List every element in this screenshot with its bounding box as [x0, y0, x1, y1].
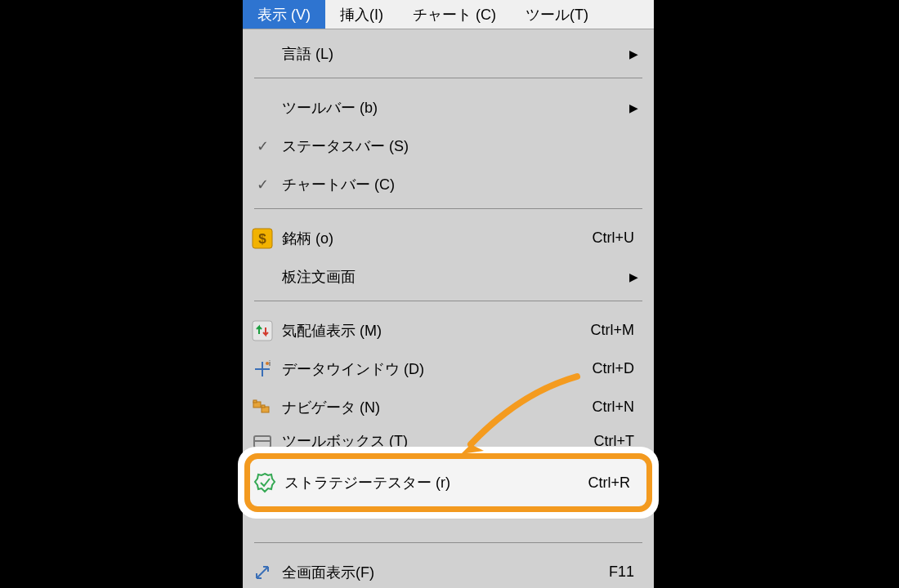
menu-insert[interactable]: 挿入(I) [325, 0, 398, 29]
submenu-arrow-icon: ▶ [629, 270, 637, 283]
check-icon: ✓ [243, 137, 282, 155]
label-datawindow: データウインドウ (D) [282, 359, 592, 379]
separator [254, 301, 642, 301]
label-chartbar: チャートバー (C) [282, 175, 637, 194]
label-symbols: 銘柄 (o) [282, 229, 592, 248]
label-marketwatch: 気配値表示 (M) [282, 321, 591, 341]
item-toolbars[interactable]: ツールバー (b) ▶ [243, 88, 654, 127]
dollar-icon: $ [243, 228, 282, 249]
label-language: 言語 (L) [282, 44, 629, 64]
menubar: 表示 (V) 挿入(I) チャート (C) ツール(T) [243, 0, 654, 29]
label-fullscreen: 全画面表示(F) [282, 563, 609, 582]
separator [254, 78, 642, 78]
menu-view[interactable]: 表示 (V) [243, 0, 325, 29]
shortcut-marketwatch: Ctrl+M [591, 322, 638, 339]
submenu-arrow-icon: ▶ [629, 101, 637, 114]
svg-rect-8 [253, 400, 257, 403]
quotes-icon [243, 320, 282, 341]
menu-chart[interactable]: チャート (C) [398, 0, 511, 29]
item-language[interactable]: 言語 (L) ▶ [243, 34, 654, 73]
label-strategytester: ストラテジーテスター (r) [280, 473, 588, 492]
item-statusbar[interactable]: ✓ ステータスバー (S) [243, 127, 654, 165]
menu-tools[interactable]: ツール(T) [511, 0, 603, 29]
datawindow-icon: i [243, 359, 282, 380]
navigator-icon [243, 397, 282, 418]
check-icon: ✓ [243, 176, 282, 194]
highlight-callout: ストラテジーテスター (r) Ctrl+R [238, 447, 659, 519]
item-strategytester[interactable]: ストラテジーテスター (r) Ctrl+R [244, 453, 652, 512]
svg-rect-10 [262, 405, 265, 408]
item-fullscreen[interactable]: 全画面表示(F) F11 [243, 553, 654, 588]
item-depth[interactable]: 板注文画面 ▶ [243, 257, 654, 296]
shortcut-strategytester: Ctrl+R [588, 474, 633, 492]
label-statusbar: ステータスバー (S) [282, 136, 637, 156]
shortcut-symbols: Ctrl+U [592, 229, 637, 247]
item-chartbar[interactable]: ✓ チャートバー (C) [243, 165, 654, 203]
fullscreen-icon [243, 562, 282, 583]
svg-rect-2 [253, 321, 272, 341]
label-depth: 板注文画面 [282, 267, 629, 287]
svg-text:$: $ [258, 231, 266, 247]
shortcut-datawindow: Ctrl+D [592, 360, 637, 377]
item-marketwatch[interactable]: 気配値表示 (M) Ctrl+M [243, 311, 654, 350]
label-navigator: ナビゲータ (N) [282, 398, 592, 417]
shortcut-fullscreen: F11 [609, 564, 637, 581]
strategy-tester-icon [250, 471, 280, 494]
shortcut-navigator: Ctrl+N [592, 399, 637, 416]
separator [254, 208, 642, 209]
submenu-arrow-icon: ▶ [629, 47, 637, 60]
item-datawindow[interactable]: i データウインドウ (D) Ctrl+D [243, 350, 654, 388]
item-navigator[interactable]: ナビゲータ (N) Ctrl+N [243, 388, 654, 426]
item-symbols[interactable]: $ 銘柄 (o) Ctrl+U [243, 219, 654, 257]
separator [254, 542, 642, 543]
label-toolbars: ツールバー (b) [282, 98, 629, 118]
svg-text:i: i [269, 359, 271, 368]
